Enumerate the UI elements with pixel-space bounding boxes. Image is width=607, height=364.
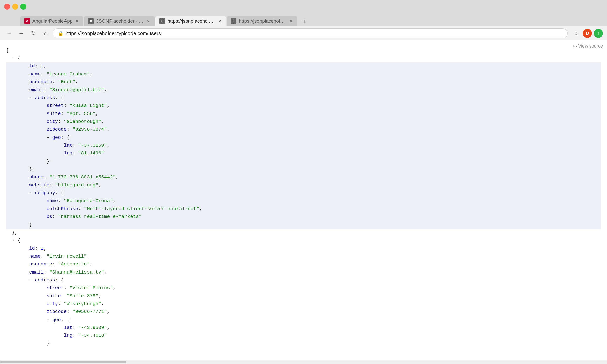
json-container: [ - { id: 1, name: "Leanne Graham", user… bbox=[6, 47, 601, 348]
tab-active-title: https://jsonplaceholder.typico... bbox=[167, 18, 215, 24]
angular-favicon-icon: A bbox=[24, 18, 30, 24]
tab-jsonplaceholder-title: JSONPlaceholder - Fake online... bbox=[96, 18, 144, 24]
json-favicon-1-icon: {} bbox=[88, 18, 94, 24]
tab-angular[interactable]: A AngularPeopleApp ✕ bbox=[20, 16, 83, 26]
bookmark-button[interactable]: ☆ bbox=[572, 29, 581, 38]
maximize-button[interactable] bbox=[20, 4, 26, 10]
new-tab-button[interactable]: + bbox=[299, 16, 309, 26]
tab-jsonplaceholder[interactable]: {} JSONPlaceholder - Fake online... ✕ bbox=[84, 16, 155, 26]
tab-jsonplaceholder-close[interactable]: ✕ bbox=[146, 19, 151, 24]
address-right-icons: ☆ D ↑ bbox=[572, 29, 603, 38]
scrollbar-thumb[interactable] bbox=[0, 361, 126, 363]
json-favicon-3-icon: {} bbox=[231, 18, 237, 24]
home-button[interactable]: ⌂ bbox=[40, 28, 51, 38]
tab-active-close[interactable]: ✕ bbox=[217, 19, 222, 24]
browser-chrome: A AngularPeopleApp ✕ {} JSONPlaceholder … bbox=[0, 0, 607, 40]
tab-4[interactable]: {} https://jsonplaceholder.typico... ✕ bbox=[227, 16, 297, 26]
json-display: [ - { id: 1, name: "Leanne Graham", user… bbox=[6, 47, 601, 348]
lock-icon: 🔒 bbox=[58, 31, 63, 36]
address-bar-row: ← → ↻ ⌂ 🔒 ☆ D ↑ bbox=[0, 26, 607, 40]
profile-orange-button[interactable]: D bbox=[583, 29, 592, 38]
tab-angular-title: AngularPeopleApp bbox=[32, 18, 72, 24]
close-button[interactable] bbox=[4, 4, 10, 10]
horizontal-scrollbar[interactable] bbox=[0, 360, 607, 364]
tab-4-title: https://jsonplaceholder.typico... bbox=[239, 18, 286, 24]
back-button[interactable]: ← bbox=[4, 28, 14, 38]
title-bar bbox=[0, 0, 607, 13]
content-area: + - View source [ - { id: 1, name: "Lean… bbox=[0, 40, 607, 353]
forward-button[interactable]: → bbox=[16, 28, 26, 38]
view-source-label[interactable]: View source bbox=[578, 42, 603, 50]
view-source-area[interactable]: + - View source bbox=[573, 42, 603, 50]
profile-green-button[interactable]: ↑ bbox=[594, 29, 603, 38]
tab-active[interactable]: {} https://jsonplaceholder.typico... ✕ bbox=[155, 16, 226, 26]
tab-4-close[interactable]: ✕ bbox=[288, 19, 293, 24]
minimize-button[interactable] bbox=[12, 4, 18, 10]
address-bar[interactable]: 🔒 bbox=[53, 28, 568, 38]
tab-angular-close[interactable]: ✕ bbox=[74, 19, 79, 24]
reload-button[interactable]: ↻ bbox=[28, 28, 38, 38]
json-favicon-2-icon: {} bbox=[159, 18, 165, 24]
plus-icon: + bbox=[573, 43, 575, 50]
url-input[interactable] bbox=[66, 31, 562, 36]
window-controls bbox=[4, 4, 26, 10]
minus-icon: - bbox=[576, 43, 577, 50]
tabs-bar: A AngularPeopleApp ✕ {} JSONPlaceholder … bbox=[0, 13, 607, 26]
